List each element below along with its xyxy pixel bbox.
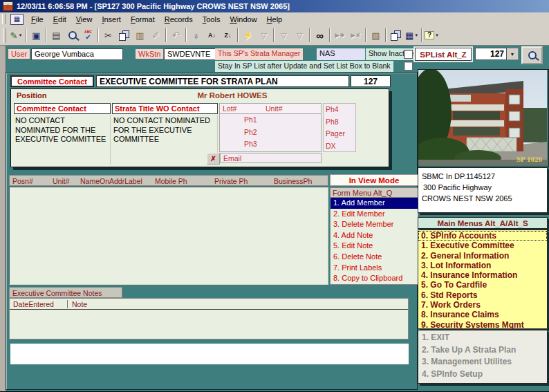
form-menu-item-delete-note[interactable]: 6. Delete Note — [331, 252, 418, 263]
phone-fields-block[interactable]: Ph1 Ph2 Ph3 — [219, 114, 322, 152]
sp-number-value[interactable]: 127 — [475, 48, 507, 60]
spell-check-icon[interactable]: ABC✔ — [80, 28, 96, 43]
col-business: BusinessPh — [274, 177, 312, 185]
show-inactive-checkbox[interactable] — [404, 50, 413, 59]
menu-records[interactable]: Records — [160, 14, 198, 25]
combo-dropdown-icon[interactable]: ▼ — [507, 48, 519, 60]
members-list[interactable] — [9, 187, 328, 285]
main-menu-item-spinfo-accounts[interactable]: 0. SPInfo Accounts — [418, 231, 547, 241]
search-button[interactable] — [521, 46, 543, 64]
toolbar-separator — [185, 28, 187, 42]
message-box — [10, 344, 409, 364]
unit-label: Unit# — [266, 104, 283, 113]
cascade-windows-icon[interactable] — [388, 28, 404, 43]
new-record-icon[interactable]: ▶✱ — [332, 28, 348, 43]
main-menu: 0. SPInfo Accounts 1. Executive Committe… — [418, 230, 548, 329]
web-publish-icon[interactable]: ♁ — [188, 28, 204, 43]
system-menu-item-spinfo-setup[interactable]: 4. SPInfo Setup — [418, 368, 547, 381]
main-menu-item-executive-committee[interactable]: 1. Executive Committee — [418, 241, 547, 250]
phone-extra-block[interactable]: Ph4 Ph8 Pager DX — [323, 103, 356, 152]
filter-edit-icon[interactable]: ▽ — [256, 28, 272, 43]
menu-insert[interactable]: Insert — [97, 14, 126, 25]
menu-tools[interactable]: Tools — [198, 14, 225, 25]
sp-number-combo[interactable]: 127 ▼ — [475, 48, 519, 60]
print-preview-icon[interactable] — [64, 28, 80, 43]
sort-ascending-icon[interactable]: A↓ — [204, 28, 220, 43]
main-menu-item-insurance-information[interactable]: 4. Insurance Information — [418, 270, 547, 280]
system-menu-item-exit[interactable]: 1. EXIT — [418, 332, 547, 344]
window-title: 12/03/11 6:06:58 PM - [SP127 300 Pacific… — [17, 2, 290, 10]
toolbar: ✎▼ ▣ ▤ ABC✔ ✂ ▥ ✐ ↶ ♁ A↓ Z↓ ⚡ ▽ ▽ ▽ ∞ ▶✱… — [0, 26, 549, 46]
save-icon[interactable]: ▣ — [28, 28, 44, 43]
app-icon: ⌂ — [3, 1, 13, 11]
toolbar-separator — [385, 28, 387, 42]
main-menu-item-general-information[interactable]: 2. General Information — [418, 251, 547, 261]
layout-tool-icon[interactable]: ✎▼ — [8, 28, 24, 43]
new-layout-icon[interactable]: ▦▼ — [404, 28, 420, 43]
menu-window[interactable]: Window — [225, 14, 261, 25]
menu-edit[interactable]: Edit — [48, 14, 71, 25]
main-menu-item-lot-information[interactable]: 3. Lot Information — [418, 261, 547, 270]
wo-contact-text: NO CONTACT NOMINATED FOR THE EXECUTIVE C… — [112, 115, 218, 165]
menu-bar: ▦ File Edit View Insert Format Records T… — [0, 12, 549, 26]
toolbar-separator — [165, 28, 167, 42]
user-value-field[interactable]: George Vumbaca — [31, 48, 123, 60]
delete-record-icon[interactable]: ▶✘ — [348, 28, 364, 43]
filter-icon[interactable]: ▽ — [292, 28, 308, 43]
system-menu-item-take-up-strata-plan[interactable]: 2. Take Up A Strata Plan — [418, 344, 547, 357]
copy-icon[interactable] — [116, 28, 132, 43]
system-menu-item-management-utilities[interactable]: 3. Management Utilites — [418, 356, 547, 368]
main-menu-item-insurance-claims[interactable]: 8. Insurance Claims — [418, 310, 547, 319]
contact-tools-button[interactable]: ✗ — [207, 153, 220, 165]
filter-saved-icon[interactable]: ▽ — [276, 28, 292, 43]
filter-lightning-icon[interactable]: ⚡ — [240, 28, 256, 43]
undo-icon[interactable]: ↶ — [168, 28, 184, 43]
stay-in-list-label: Stay In SP List after Update and Set Lis… — [215, 61, 393, 72]
main-menu-item-work-orders[interactable]: 7. Work Orders — [418, 300, 547, 310]
print-icon[interactable]: ▤ — [48, 28, 64, 43]
magnifier-icon — [528, 51, 537, 59]
title-bar: ⌂ 12/03/11 6:06:58 PM - [SP127 300 Pacif… — [0, 0, 549, 12]
find-icon[interactable]: ∞ — [312, 28, 328, 43]
stay-in-list-checkbox[interactable] — [404, 62, 413, 71]
format-painter-icon[interactable]: ✐ — [148, 28, 164, 43]
form-menu-item-edit-note[interactable]: 5. Edit Note — [331, 241, 418, 252]
main-menu-item-security-systems[interactable]: 9. Security Systems Mgmt — [418, 320, 547, 330]
layout-grid-icon[interactable]: ▦ — [10, 14, 24, 25]
form-menu-item-add-note[interactable]: 4. Add Note — [331, 230, 418, 241]
form-menu-item-add-member[interactable]: 1. Add Member — [331, 198, 418, 209]
menu-format[interactable]: Format — [126, 14, 160, 25]
email-label: Email — [220, 153, 322, 163]
paste-icon[interactable]: ▥ — [132, 28, 148, 43]
main-menu-item-go-to-cardfile[interactable]: 5. Go To Cardfile — [418, 280, 547, 290]
application-window: { "window": { "title": "12/03/11 6:06:58… — [0, 0, 549, 392]
form-menu-item-delete-member[interactable]: 3. Delete Member — [331, 219, 418, 230]
sort-descending-icon[interactable]: Z↓ — [220, 28, 236, 43]
col-unit: Unit# — [53, 177, 70, 185]
menu-file[interactable]: File — [26, 14, 48, 25]
form-menu-item-copy-to-clipboard[interactable]: 8. Copy to Clipboard — [331, 273, 418, 284]
form-menu-item-print-labels[interactable]: 7. Print Labels — [331, 263, 418, 274]
splist-button[interactable]: SPList Alt_Z — [415, 48, 472, 61]
committee-contact-button[interactable]: Committee Contact — [10, 75, 94, 87]
ph4-label: Ph4 — [324, 104, 355, 116]
main-form-panel: Committee Contact EXECUTIVE COMMITTEE FO… — [6, 72, 418, 390]
form-menu-item-edit-member[interactable]: 2. Edit Member — [331, 209, 418, 220]
toolbar-separator — [97, 28, 99, 42]
address-line-3: CROWS NEST NSW 2065 — [422, 193, 543, 204]
menu-help[interactable]: Help — [262, 14, 288, 25]
properties-icon[interactable]: ▨ — [368, 28, 384, 43]
form-title-field: EXECUTIVE COMMITTEE FOR STRATA PLAN — [96, 75, 349, 87]
sp-manager-value[interactable]: NAS — [317, 48, 365, 60]
help-icon[interactable]: ?▼ — [424, 28, 440, 43]
position-label: Position — [17, 91, 46, 100]
menu-view[interactable]: View — [71, 14, 97, 25]
wo-contact-column-header: Strata Title WO Contact — [112, 103, 218, 114]
cut-icon[interactable]: ✂ — [100, 28, 116, 43]
notes-table[interactable]: DateEntered Note — [9, 298, 409, 339]
notes-tab[interactable]: Executive Committee Notes — [9, 287, 122, 298]
ph3-label: Ph3 — [220, 138, 321, 151]
main-menu-item-std-reports[interactable]: 6. Std Reports — [418, 290, 547, 300]
col-name: NameOnAddrLabel — [80, 177, 142, 185]
sp-number-field: 127 — [351, 75, 391, 87]
